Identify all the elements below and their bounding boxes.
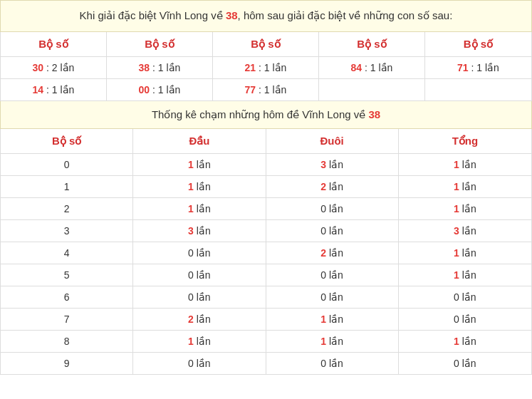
bottom-dau-1: 1 lần — [133, 176, 266, 197]
top-row-0: 30 : 2 lần 38 : 1 lần 21 : 1 lần 84 : 1 … — [1, 57, 531, 79]
bottom-duoi-0: 3 lần — [266, 154, 399, 175]
main-container: Khi giải đặc biệt Vĩnh Long về 38, hôm s… — [0, 0, 532, 375]
bottom-row-3: 3 3 lần 0 lần 3 lần — [1, 220, 531, 242]
bottom-bo-6: 6 — [1, 286, 133, 308]
bottom-dau-2: 1 lần — [133, 198, 266, 219]
bottom-header-duoi: Đuôi — [266, 129, 399, 153]
bottom-dau-4: 0 lần — [133, 242, 266, 264]
top-cell-0-4: 71 : 1 lần — [425, 57, 531, 78]
bottom-bo-7: 7 — [1, 309, 133, 330]
bottom-tong-2: 1 lần — [399, 198, 531, 219]
bottom-tong-5: 1 lần — [399, 264, 531, 286]
top-cell-0-0: 30 : 2 lần — [1, 57, 107, 78]
bottom-row-9: 9 0 lần 0 lần 0 lần — [1, 353, 531, 374]
bottom-duoi-1: 2 lần — [266, 176, 399, 197]
bottom-bo-3: 3 — [1, 220, 133, 242]
bottom-bo-1: 1 — [1, 176, 133, 197]
bottom-row-6: 6 0 lần 0 lần 0 lần — [1, 286, 531, 309]
top-cell-0-2: 21 : 1 lần — [213, 57, 319, 78]
top-cell-1-3 — [319, 79, 425, 100]
bottom-tong-0: 1 lần — [399, 154, 531, 175]
bottom-bo-0: 0 — [1, 154, 133, 175]
bottom-header-bo: Bộ số — [1, 129, 133, 153]
top-header-row: Bộ số Bộ số Bộ số Bộ số Bộ số — [1, 32, 531, 57]
bottom-dau-0: 1 lần — [133, 154, 266, 175]
bottom-duoi-6: 0 lần — [266, 286, 399, 308]
bottom-bo-8: 8 — [1, 331, 133, 352]
top-header-3: Bộ số — [319, 32, 425, 56]
bottom-table: Bộ số Đầu Đuôi Tổng 0 1 lần 3 lần 1 lần … — [0, 129, 532, 375]
bottom-tong-7: 0 lần — [399, 309, 531, 330]
bottom-bo-4: 4 — [1, 242, 133, 264]
bottom-tong-9: 0 lần — [399, 353, 531, 374]
bottom-header-tong: Tổng — [399, 129, 531, 153]
header-prefix: Khi giải đặc biệt Vĩnh Long về — [80, 9, 226, 21]
header-banner: Khi giải đặc biệt Vĩnh Long về 38, hôm s… — [0, 0, 532, 32]
bottom-dau-8: 1 lần — [133, 331, 266, 352]
top-cell-0-3: 84 : 1 lần — [319, 57, 425, 78]
bottom-tong-3: 3 lần — [399, 220, 531, 242]
top-cell-1-2: 77 : 1 lần — [213, 79, 319, 100]
second-special-num: 38 — [368, 108, 380, 120]
bottom-tong-6: 0 lần — [399, 286, 531, 308]
second-banner: Thống kê chạm những hôm đề Vĩnh Long về … — [0, 101, 532, 129]
bottom-duoi-7: 1 lần — [266, 309, 399, 330]
bottom-duoi-5: 0 lần — [266, 264, 399, 286]
bottom-row-8: 8 1 lần 1 lần 1 lần — [1, 331, 531, 353]
top-row-1: 14 : 1 lần 00 : 1 lần 77 : 1 lần — [1, 79, 531, 100]
bottom-bo-5: 5 — [1, 264, 133, 286]
bottom-dau-3: 3 lần — [133, 220, 266, 242]
bottom-row-4: 4 0 lần 2 lần 1 lần — [1, 242, 531, 264]
second-prefix: Thống kê chạm những hôm đề Vĩnh Long về — [152, 108, 369, 120]
bottom-row-7: 7 2 lần 1 lần 0 lần — [1, 309, 531, 331]
top-header-0: Bộ số — [1, 32, 107, 56]
bottom-duoi-2: 0 lần — [266, 198, 399, 219]
bottom-tong-8: 1 lần — [399, 331, 531, 352]
header-special-num: 38 — [226, 9, 238, 21]
top-header-2: Bộ số — [213, 32, 319, 56]
bottom-row-1: 1 1 lần 2 lần 1 lần — [1, 176, 531, 198]
bottom-header-row: Bộ số Đầu Đuôi Tổng — [1, 129, 531, 154]
bottom-tong-4: 1 lần — [399, 242, 531, 264]
bottom-row-0: 0 1 lần 3 lần 1 lần — [1, 154, 531, 176]
bottom-duoi-3: 0 lần — [266, 220, 399, 242]
bottom-duoi-9: 0 lần — [266, 353, 399, 374]
top-cell-1-0: 14 : 1 lần — [1, 79, 107, 100]
bottom-dau-6: 0 lần — [133, 286, 266, 308]
bottom-duoi-4: 2 lần — [266, 242, 399, 264]
top-table: Bộ số Bộ số Bộ số Bộ số Bộ số 30 : 2 lần… — [0, 32, 532, 101]
bottom-header-dau: Đầu — [133, 129, 266, 153]
bottom-row-2: 2 1 lần 0 lần 1 lần — [1, 198, 531, 220]
bottom-bo-2: 2 — [1, 198, 133, 219]
bottom-dau-7: 2 lần — [133, 309, 266, 330]
bottom-tong-1: 1 lần — [399, 176, 531, 197]
bottom-duoi-8: 1 lần — [266, 331, 399, 352]
bottom-row-5: 5 0 lần 0 lần 1 lần — [1, 264, 531, 286]
bottom-bo-9: 9 — [1, 353, 133, 374]
top-cell-1-4 — [425, 79, 531, 100]
top-cell-0-1: 38 : 1 lần — [107, 57, 213, 78]
header-suffix: , hôm sau giải đặc biệt về những con số … — [238, 9, 453, 21]
top-header-1: Bộ số — [107, 32, 213, 56]
bottom-dau-5: 0 lần — [133, 264, 266, 286]
top-header-4: Bộ số — [425, 32, 531, 56]
top-cell-1-1: 00 : 1 lần — [107, 79, 213, 100]
bottom-dau-9: 0 lần — [133, 353, 266, 374]
